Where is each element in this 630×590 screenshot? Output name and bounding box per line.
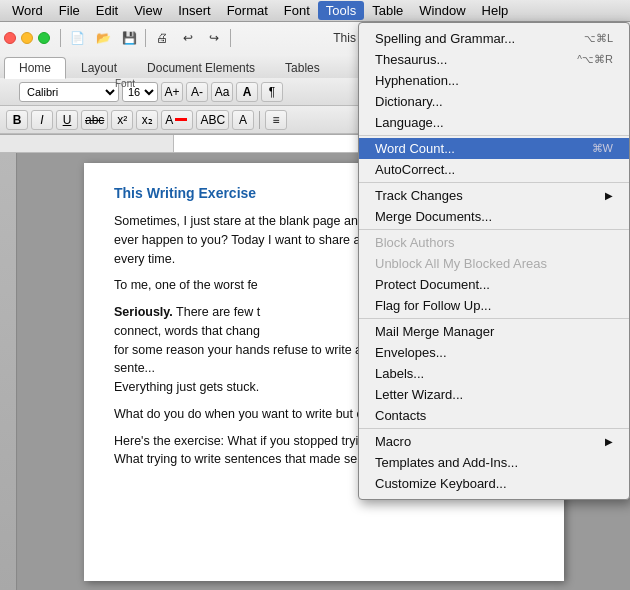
save-button[interactable]: 💾 [117, 26, 141, 50]
maximize-button[interactable] [38, 32, 50, 44]
menu-format[interactable]: Format [219, 1, 276, 20]
close-button[interactable] [4, 32, 16, 44]
menu-item-merge-documents[interactable]: Merge Documents... [359, 206, 629, 227]
tab-home[interactable]: Home [4, 57, 66, 79]
menu-font[interactable]: Font [276, 1, 318, 20]
change-case-button[interactable]: Aa [211, 82, 233, 102]
menu-item-templates[interactable]: Templates and Add-Ins... [359, 452, 629, 473]
menu-group-mailmerge: Mail Merge Manager Envelopes... Labels..… [359, 319, 629, 429]
menu-insert[interactable]: Insert [170, 1, 219, 20]
menu-item-customize-keyboard[interactable]: Customize Keyboard... [359, 473, 629, 494]
menu-view[interactable]: View [126, 1, 170, 20]
left-gutter [0, 153, 18, 590]
tab-tables[interactable]: Tables [270, 57, 335, 78]
menu-file[interactable]: File [51, 1, 88, 20]
italic-button[interactable]: I [31, 110, 53, 130]
subscript-button[interactable]: x₂ [136, 110, 158, 130]
tab-document-elements[interactable]: Document Elements [132, 57, 270, 78]
font-color-button[interactable]: A [236, 82, 258, 102]
undo-button[interactable]: ↩ [176, 26, 200, 50]
clear-format-button[interactable]: A [232, 110, 254, 130]
menu-item-contacts[interactable]: Contacts [359, 405, 629, 426]
align-left-button[interactable]: ≡ [265, 110, 287, 130]
tools-dropdown-menu: Spelling and Grammar... ⌥⌘L Thesaurus...… [358, 22, 630, 500]
menu-item-protect-doc[interactable]: Protect Document... [359, 274, 629, 295]
superscript-button[interactable]: x² [111, 110, 133, 130]
menu-item-labels[interactable]: Labels... [359, 363, 629, 384]
redo-button[interactable]: ↪ [202, 26, 226, 50]
menu-word[interactable]: Word [4, 1, 51, 20]
separator-2 [145, 29, 146, 47]
menu-item-letter-wizard[interactable]: Letter Wizard... [359, 384, 629, 405]
menu-item-word-count[interactable]: Word Count... ⌘W [359, 138, 629, 159]
menu-item-autocorrect[interactable]: AutoCorrect... [359, 159, 629, 180]
menu-item-language[interactable]: Language... [359, 112, 629, 133]
open-button[interactable]: 📂 [91, 26, 115, 50]
menu-group-track: Track Changes ▶ Merge Documents... [359, 183, 629, 230]
menu-item-envelopes[interactable]: Envelopes... [359, 342, 629, 363]
menu-group-macro: Macro ▶ Templates and Add-Ins... Customi… [359, 429, 629, 496]
tab-layout[interactable]: Layout [66, 57, 132, 78]
menu-item-mail-merge[interactable]: Mail Merge Manager [359, 321, 629, 342]
menu-group-protect: Block Authors Unblock All My Blocked Are… [359, 230, 629, 319]
menu-edit[interactable]: Edit [88, 1, 126, 20]
separator-1 [60, 29, 61, 47]
fmt-separator [259, 111, 260, 129]
menu-help[interactable]: Help [474, 1, 517, 20]
strikethrough-button[interactable]: abc [81, 110, 108, 130]
menu-item-unblock-authors: Unblock All My Blocked Areas [359, 253, 629, 274]
menu-tools[interactable]: Tools [318, 1, 364, 20]
font-color-fmt-button[interactable]: A [161, 110, 193, 130]
menu-item-thesaurus[interactable]: Thesaurus... ^⌥⌘R [359, 49, 629, 70]
menu-item-block-authors: Block Authors [359, 232, 629, 253]
underline-button[interactable]: U [56, 110, 78, 130]
paragraph-marks-button[interactable]: ¶ [261, 82, 283, 102]
menu-window[interactable]: Window [411, 1, 473, 20]
separator-3 [230, 29, 231, 47]
menu-item-dictionary[interactable]: Dictionary... [359, 91, 629, 112]
menu-item-spelling[interactable]: Spelling and Grammar... ⌥⌘L [359, 28, 629, 49]
menu-item-hyphenation[interactable]: Hyphenation... [359, 70, 629, 91]
font-section-label: Font [60, 78, 190, 89]
bold-button[interactable]: B [6, 110, 28, 130]
menu-group-wordcount: Word Count... ⌘W AutoCorrect... [359, 136, 629, 183]
text-highlight-button[interactable]: ABC [196, 110, 229, 130]
menu-item-track-changes[interactable]: Track Changes ▶ [359, 185, 629, 206]
menu-group-spellcheck: Spelling and Grammar... ⌥⌘L Thesaurus...… [359, 26, 629, 136]
new-button[interactable]: 📄 [65, 26, 89, 50]
print-button[interactable]: 🖨 [150, 26, 174, 50]
menu-item-flag-followup[interactable]: Flag for Follow Up... [359, 295, 629, 316]
menu-bar: Word File Edit View Insert Format Font T… [0, 0, 630, 22]
menu-item-macro[interactable]: Macro ▶ [359, 431, 629, 452]
menu-table[interactable]: Table [364, 1, 411, 20]
minimize-button[interactable] [21, 32, 33, 44]
